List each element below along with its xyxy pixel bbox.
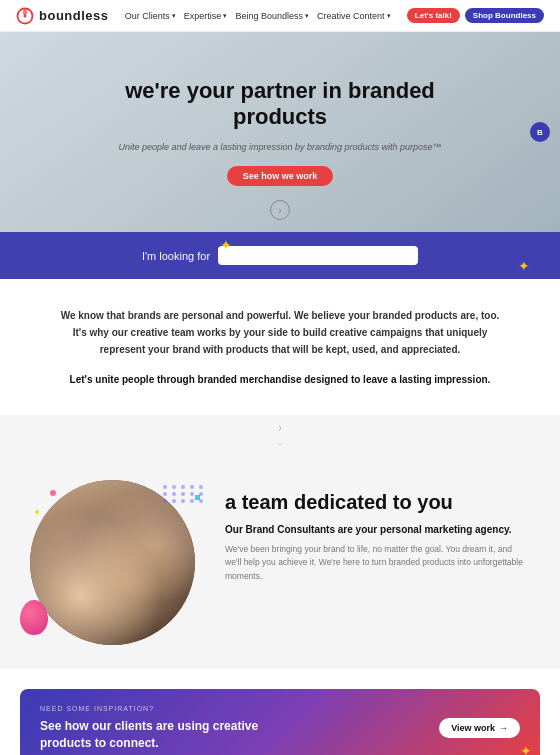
star-decoration-top: ✦ [220, 237, 232, 253]
nav-our-clients[interactable]: Our Clients ▾ [125, 11, 176, 21]
about-cta: Let's unite people through branded merch… [60, 372, 500, 387]
view-work-button[interactable]: View work → [439, 718, 520, 738]
svg-point-1 [24, 14, 27, 17]
dots-pattern [163, 485, 205, 503]
confetti-pink [50, 490, 56, 496]
shop-boundless-button[interactable]: Shop Boundless [465, 8, 544, 23]
arrow-right-icon: → [499, 723, 508, 733]
team-photo-inner [30, 480, 195, 645]
about-paragraph: We know that brands are personal and pow… [60, 307, 500, 358]
search-bar: ✦ I'm looking for ✦ [0, 232, 560, 279]
chevron-down-icon: ▾ [223, 12, 227, 20]
logo-text: boundless [39, 8, 109, 23]
arrow-down-icon-1: › [278, 421, 282, 435]
hero-title: we're your partner in branded products [80, 78, 480, 131]
inspiration-banner: NEED SOME INSPIRATION? See how our clien… [20, 689, 540, 755]
hero-section: we're your partner in branded products U… [0, 32, 560, 232]
search-input-wrap[interactable] [218, 246, 418, 265]
hero-content: we're your partner in branded products U… [0, 32, 560, 232]
chevron-down-icon: ▾ [387, 12, 391, 20]
nav-links: Our Clients ▾ Expertise ▾ Being Boundles… [125, 11, 391, 21]
lets-talk-button[interactable]: Let's talk! [407, 8, 460, 23]
inspiration-eyebrow: NEED SOME INSPIRATION? [40, 705, 300, 712]
navbar: boundless Our Clients ▾ Expertise ▾ Bein… [0, 0, 560, 32]
arrow-down-icon-2: ⌄ [275, 435, 285, 449]
balloon-decoration [20, 600, 48, 635]
team-photo-wrap [30, 480, 205, 645]
hero-subtitle: Unite people and leave a lasting impress… [118, 141, 441, 155]
nav-creative-content[interactable]: Creative Content ▾ [317, 11, 391, 21]
divider-arrows: › ⌄ [0, 415, 560, 456]
team-subtitle: Our Brand Consultants are your personal … [225, 524, 530, 535]
star-decoration-bottom: ✦ [518, 258, 530, 274]
team-photo [30, 480, 195, 645]
inspiration-left: NEED SOME INSPIRATION? See how our clien… [40, 705, 300, 752]
team-section: a team dedicated to you Our Brand Consul… [0, 456, 560, 669]
chevron-down-icon: ▾ [172, 12, 176, 20]
nav-being-boundless[interactable]: Being Boundless ▾ [235, 11, 309, 21]
chevron-down-icon: ▾ [305, 12, 309, 20]
team-title: a team dedicated to you [225, 490, 530, 514]
inspiration-text: See how our clients are using creative p… [40, 718, 300, 752]
confetti-yellow [35, 510, 39, 514]
hero-cta-button[interactable]: See how we work [227, 166, 334, 186]
about-section: We know that brands are personal and pow… [0, 279, 560, 415]
team-description: We've been bringing your brand to life, … [225, 543, 530, 584]
logo-icon [16, 7, 34, 25]
logo[interactable]: boundless [16, 7, 109, 25]
nav-expertise[interactable]: Expertise ▾ [184, 11, 228, 21]
search-input[interactable] [226, 250, 410, 261]
search-label: I'm looking for [142, 250, 210, 262]
nav-buttons: Let's talk! Shop Boundless [407, 8, 544, 23]
star-decoration-banner: ✦ [520, 743, 532, 755]
team-content: a team dedicated to you Our Brand Consul… [225, 480, 530, 584]
